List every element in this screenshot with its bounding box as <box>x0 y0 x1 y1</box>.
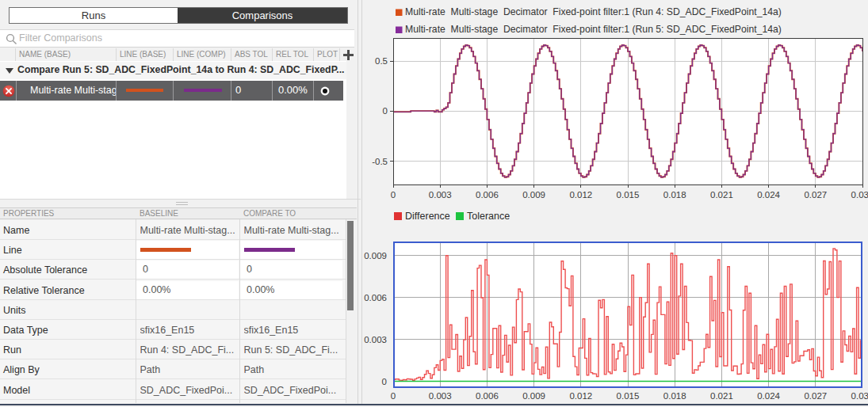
svg-text:Multi-rate Multi-stage Decim: Multi-rate Multi-stage Decimator Fixed-p… <box>405 6 782 17</box>
svg-text:0.024: 0.024 <box>757 190 780 200</box>
svg-text:0.018: 0.018 <box>663 190 686 200</box>
svg-text:Difference: Difference <box>405 211 450 222</box>
svg-text:0.021: 0.021 <box>710 391 733 401</box>
svg-text:0.009: 0.009 <box>522 190 545 200</box>
svg-text:0.030: 0.030 <box>851 190 868 200</box>
svg-text:0.015: 0.015 <box>617 391 640 401</box>
svg-text:0.003: 0.003 <box>364 335 387 344</box>
svg-text:0.021: 0.021 <box>710 190 733 200</box>
svg-text:0.009: 0.009 <box>364 251 387 261</box>
svg-text:Tolerance: Tolerance <box>467 211 510 222</box>
svg-text:0.012: 0.012 <box>569 190 592 200</box>
svg-text:0.003: 0.003 <box>429 190 452 200</box>
svg-text:0.024: 0.024 <box>757 391 780 401</box>
svg-text:0.027: 0.027 <box>804 190 827 200</box>
svg-text:0.006: 0.006 <box>476 391 499 401</box>
svg-text:0.006: 0.006 <box>476 190 499 200</box>
svg-text:0: 0 <box>391 190 396 200</box>
svg-text:0: 0 <box>383 106 388 116</box>
svg-text:0.030: 0.030 <box>851 391 868 401</box>
svg-text:0: 0 <box>391 391 396 401</box>
svg-text:0.003: 0.003 <box>429 391 452 401</box>
svg-text:0.027: 0.027 <box>804 391 827 401</box>
svg-text:0: 0 <box>382 377 387 386</box>
svg-text:0.5: 0.5 <box>375 56 388 66</box>
svg-text:-0.5: -0.5 <box>372 157 388 166</box>
svg-text:0.012: 0.012 <box>569 391 592 401</box>
svg-text:0.018: 0.018 <box>663 391 686 401</box>
svg-text:0.009: 0.009 <box>522 391 545 401</box>
svg-text:0.015: 0.015 <box>617 190 640 200</box>
svg-text:Multi-rate Multi-stage Decim: Multi-rate Multi-stage Decimator Fixed-p… <box>405 24 782 35</box>
svg-text:0.006: 0.006 <box>364 293 387 302</box>
